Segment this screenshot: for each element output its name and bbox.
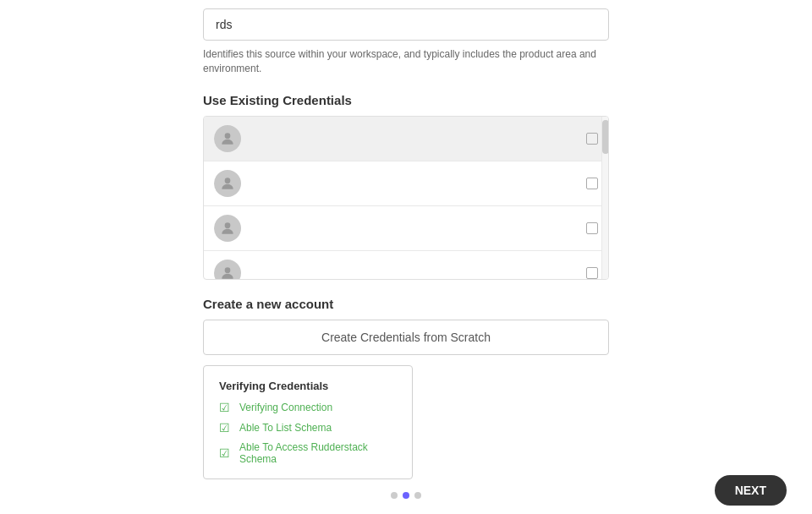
page-container: Identifies this source within your works… [0, 0, 812, 514]
avatar-icon [214, 260, 241, 279]
use-existing-title: Use Existing Credentials [203, 93, 609, 107]
next-button[interactable]: NEXT [715, 475, 787, 506]
create-new-title: Create a new account [203, 297, 609, 311]
credentials-list [203, 116, 609, 280]
helper-text: Identifies this source within your works… [203, 47, 609, 76]
check-icon: ☑ [219, 446, 233, 460]
pagination-dot-2[interactable] [403, 492, 409, 499]
avatar-icon [214, 215, 241, 242]
credential-checkbox[interactable] [586, 222, 598, 234]
svg-point-0 [225, 133, 231, 139]
credentials-list-inner [204, 117, 608, 279]
avatar-icon [214, 125, 241, 152]
pagination-dot-1[interactable] [391, 492, 398, 499]
create-credentials-button[interactable]: Create Credentials from Scratch [203, 320, 609, 355]
verify-text: Able To Access Rudderstack Schema [239, 441, 397, 465]
credential-item[interactable] [204, 206, 608, 251]
verify-item-access-schema: ☑ Able To Access Rudderstack Schema [219, 441, 397, 465]
verify-text: Verifying Connection [239, 402, 332, 413]
source-name-input[interactable] [203, 8, 609, 41]
content-area: Identifies this source within your works… [203, 0, 609, 479]
pagination-dot-3[interactable] [414, 492, 421, 499]
verify-text: Able To List Schema [239, 422, 332, 434]
credential-item[interactable] [204, 161, 608, 206]
credential-item[interactable] [204, 251, 608, 279]
verifying-title: Verifying Credentials [219, 380, 397, 392]
verify-item-list-schema: ☑ Able To List Schema [219, 421, 397, 435]
check-icon: ☑ [219, 401, 233, 414]
verifying-credentials-box: Verifying Credentials ☑ Verifying Connec… [203, 365, 413, 479]
credential-checkbox[interactable] [586, 178, 598, 189]
create-new-section: Create a new account Create Credentials … [203, 297, 609, 355]
pagination-dots [391, 492, 421, 499]
avatar-icon [214, 170, 241, 197]
credential-checkbox[interactable] [586, 267, 598, 279]
scrollbar-thumb[interactable] [602, 120, 609, 154]
verify-item-connection: ☑ Verifying Connection [219, 401, 397, 414]
svg-point-1 [225, 178, 231, 183]
scrollbar-track [601, 117, 608, 279]
svg-point-2 [225, 222, 231, 228]
check-icon: ☑ [219, 421, 233, 435]
credential-checkbox[interactable] [586, 133, 598, 145]
svg-point-3 [225, 267, 231, 273]
credential-item[interactable] [204, 117, 608, 161]
